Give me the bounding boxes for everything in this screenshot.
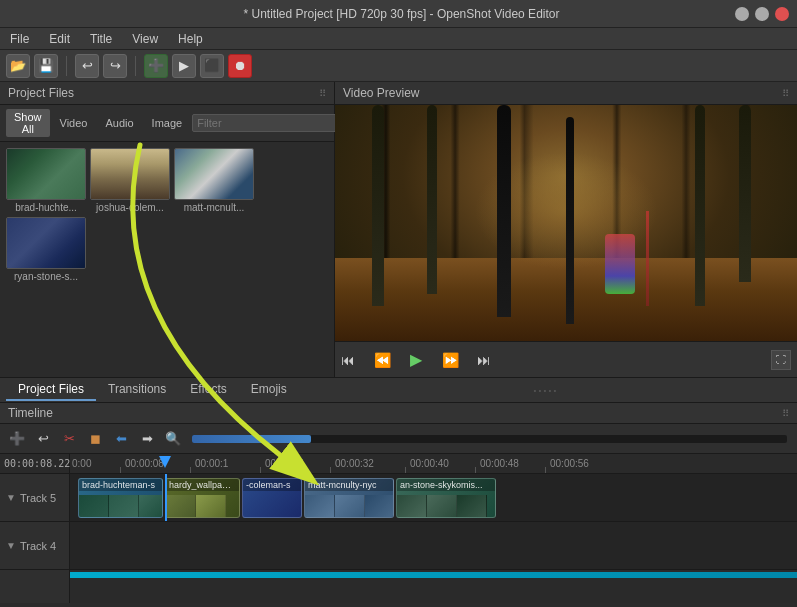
- toolbar-separator-2: [135, 56, 136, 76]
- playhead[interactable]: [165, 474, 167, 521]
- minimize-button[interactable]: [735, 7, 749, 21]
- ruler-mark-2: 00:00:1: [195, 458, 228, 469]
- clip-brad-label: brad-huchteman-s: [79, 479, 162, 491]
- resize-handle[interactable]: • • • • •: [529, 382, 560, 399]
- window-title: * Untitled Project [HD 720p 30 fps] - Op…: [68, 7, 735, 21]
- panel-grip-icon: ⠿: [319, 88, 326, 99]
- fast-forward-button[interactable]: ⏩: [437, 347, 463, 373]
- ruler-tick-5: [405, 467, 406, 473]
- track-expand-icon-4[interactable]: ▼: [6, 540, 16, 551]
- clip-mini-thumb: [365, 495, 393, 517]
- clip-ryan-label: an-stone-skykomis...: [397, 479, 495, 491]
- clip-mini-thumb: [139, 495, 162, 517]
- timeline-zoom-slider[interactable]: [192, 435, 787, 443]
- preview-grip-icon: ⠿: [782, 88, 789, 99]
- play-button[interactable]: ▶: [403, 347, 429, 373]
- preview-button[interactable]: ▶: [172, 54, 196, 78]
- tree-5: [739, 105, 751, 282]
- file-thumbnail-matt: [174, 148, 254, 200]
- ruler-mark-3: 00:00:24: [265, 458, 304, 469]
- clip-mini-thumb: [305, 495, 335, 517]
- timeline-zoom-fill: [192, 435, 311, 443]
- filter-tab-video[interactable]: Video: [52, 115, 96, 131]
- maximize-button[interactable]: [755, 7, 769, 21]
- clip-mini-thumb: [427, 495, 457, 517]
- tab-project-files[interactable]: Project Files: [6, 379, 96, 401]
- snap-button[interactable]: ◼: [84, 428, 106, 450]
- track-label-4: ▼ Track 4: [0, 522, 69, 570]
- cut-button[interactable]: ✂: [58, 428, 80, 450]
- preview-video-frame: [335, 105, 797, 341]
- clip-matt-label: matt-mcnulty-nyc: [305, 479, 393, 491]
- menu-file[interactable]: File: [6, 30, 33, 48]
- menu-help[interactable]: Help: [174, 30, 207, 48]
- list-item[interactable]: ryan-stone-s...: [6, 217, 86, 282]
- timeline-header: Timeline ⠿: [0, 403, 797, 424]
- zoom-in-button[interactable]: 🔍: [162, 428, 184, 450]
- clip-mini-thumb: [79, 495, 109, 517]
- window-controls[interactable]: [735, 7, 789, 21]
- clip-coleman[interactable]: -coleman-s: [242, 478, 302, 518]
- clip-mini-thumb: [109, 495, 139, 517]
- add-button[interactable]: ➕: [144, 54, 168, 78]
- preview-screen[interactable]: [335, 105, 797, 341]
- clip-mini-thumb: [457, 495, 487, 517]
- track-expand-icon-5[interactable]: ▼: [6, 492, 16, 503]
- main-toolbar: 📂 💾 ↩ ↪ ➕ ▶ ⬛ ⏺: [0, 50, 797, 82]
- ruler-mark-6: 00:00:48: [480, 458, 519, 469]
- undo-tl-button[interactable]: ↩: [32, 428, 54, 450]
- list-item[interactable]: brad-huchte...: [6, 148, 86, 213]
- file-label-brad: brad-huchte...: [6, 202, 86, 213]
- clip-brad[interactable]: brad-huchteman-s: [78, 478, 163, 518]
- export-button[interactable]: ⬛: [200, 54, 224, 78]
- clip-ryan[interactable]: an-stone-skykomis...: [396, 478, 496, 518]
- record-button[interactable]: ⏺: [228, 54, 252, 78]
- clip-mini-thumb: [397, 495, 427, 517]
- razor-button[interactable]: ⬅: [110, 428, 132, 450]
- left-panel: Project Files ⠿ Show All Video Audio Ima…: [0, 82, 335, 377]
- filter-tab-all[interactable]: Show All: [6, 109, 50, 137]
- clip-brad-thumbnails: [79, 495, 162, 517]
- arrow-button[interactable]: ➡: [136, 428, 158, 450]
- clip-matt[interactable]: matt-mcnulty-nyc: [304, 478, 394, 518]
- ruler-mark-5: 00:00:40: [410, 458, 449, 469]
- track-label-5: ▼ Track 5: [0, 474, 69, 522]
- filter-tabs: Show All Video Audio Image: [0, 105, 334, 142]
- redo-button[interactable]: ↪: [103, 54, 127, 78]
- timecode-display: 00:00:08.22: [0, 454, 69, 474]
- tab-emojis[interactable]: Emojis: [239, 379, 299, 401]
- undo-button[interactable]: ↩: [75, 54, 99, 78]
- close-button[interactable]: [775, 7, 789, 21]
- timeline-title: Timeline: [8, 406, 53, 420]
- add-track-button[interactable]: ➕: [6, 428, 28, 450]
- skip-start-button[interactable]: ⏮: [335, 347, 361, 373]
- menu-edit[interactable]: Edit: [45, 30, 74, 48]
- filter-input[interactable]: [192, 114, 340, 132]
- file-thumbnail-brad: [6, 148, 86, 200]
- fullscreen-button[interactable]: ⛶: [771, 350, 791, 370]
- project-files-header: Project Files ⠿: [0, 82, 334, 105]
- ruler-tick-3: [260, 467, 261, 473]
- save-button[interactable]: 💾: [34, 54, 58, 78]
- rewind-button[interactable]: ⏪: [369, 347, 395, 373]
- ruler-mark-4: 00:00:32: [335, 458, 374, 469]
- file-label-ryan: ryan-stone-s...: [6, 271, 86, 282]
- preview-controls: ⏮ ⏪ ▶ ⏩ ⏭ ⛶: [335, 341, 797, 377]
- list-item[interactable]: joshua-colem...: [90, 148, 170, 213]
- tab-effects[interactable]: Effects: [178, 379, 238, 401]
- tab-transitions[interactable]: Transitions: [96, 379, 178, 401]
- menu-title[interactable]: Title: [86, 30, 116, 48]
- track-label-text-4: Track 4: [20, 540, 56, 552]
- bottom-tabs: Project Files Transitions Effects Emojis…: [0, 377, 797, 403]
- titlebar: * Untitled Project [HD 720p 30 fps] - Op…: [0, 0, 797, 28]
- clip-mini-thumb: [166, 495, 196, 517]
- menu-view[interactable]: View: [128, 30, 162, 48]
- filter-tab-audio[interactable]: Audio: [97, 115, 141, 131]
- clip-wallpaper[interactable]: hardy_wallpaper_: [165, 478, 240, 518]
- open-button[interactable]: 📂: [6, 54, 30, 78]
- timeline-scroll-bar[interactable]: [70, 572, 797, 578]
- list-item[interactable]: matt-mcnult...: [174, 148, 254, 213]
- track-row-4: [70, 522, 797, 570]
- skip-end-button[interactable]: ⏭: [471, 347, 497, 373]
- filter-tab-image[interactable]: Image: [144, 115, 191, 131]
